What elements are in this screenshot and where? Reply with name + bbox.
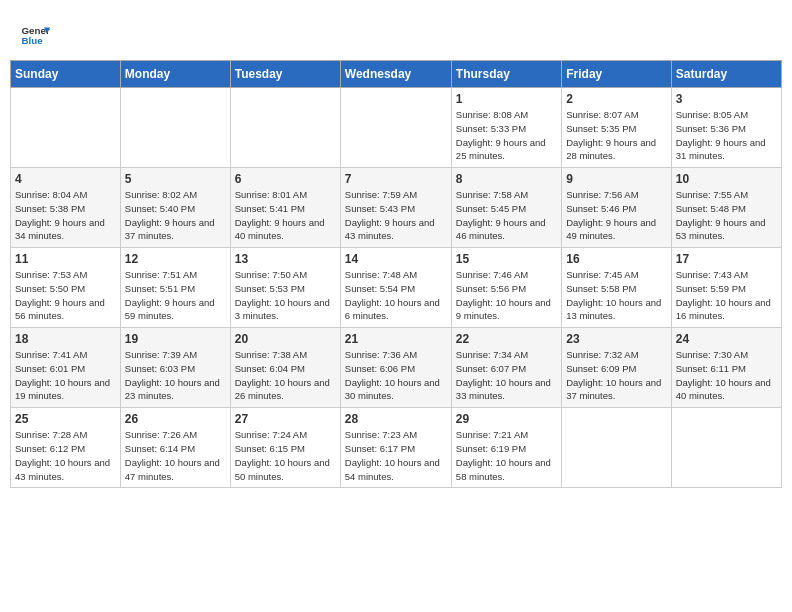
- sunrise-text: Sunrise: 7:43 AM: [676, 269, 748, 280]
- day-number: 11: [15, 252, 116, 266]
- calendar-cell: [230, 88, 340, 168]
- sunrise-text: Sunrise: 7:39 AM: [125, 349, 197, 360]
- sunrise-text: Sunrise: 7:55 AM: [676, 189, 748, 200]
- calendar-cell: 17Sunrise: 7:43 AMSunset: 5:59 PMDayligh…: [671, 248, 781, 328]
- sunrise-text: Sunrise: 7:30 AM: [676, 349, 748, 360]
- sunrise-text: Sunrise: 7:24 AM: [235, 429, 307, 440]
- sunrise-text: Sunrise: 7:32 AM: [566, 349, 638, 360]
- sunrise-text: Sunrise: 7:48 AM: [345, 269, 417, 280]
- day-info: Sunrise: 7:24 AMSunset: 6:15 PMDaylight:…: [235, 428, 336, 483]
- calendar-cell: 6Sunrise: 8:01 AMSunset: 5:41 PMDaylight…: [230, 168, 340, 248]
- day-number: 23: [566, 332, 666, 346]
- sunset-text: Sunset: 6:19 PM: [456, 443, 526, 454]
- sunset-text: Sunset: 6:07 PM: [456, 363, 526, 374]
- calendar-cell: [671, 408, 781, 488]
- day-info: Sunrise: 7:55 AMSunset: 5:48 PMDaylight:…: [676, 188, 777, 243]
- sunset-text: Sunset: 5:50 PM: [15, 283, 85, 294]
- day-info: Sunrise: 8:01 AMSunset: 5:41 PMDaylight:…: [235, 188, 336, 243]
- sunrise-text: Sunrise: 7:58 AM: [456, 189, 528, 200]
- day-number: 19: [125, 332, 226, 346]
- calendar-cell: 14Sunrise: 7:48 AMSunset: 5:54 PMDayligh…: [340, 248, 451, 328]
- daylight-text: Daylight: 10 hours and 6 minutes.: [345, 297, 440, 322]
- calendar-cell: 18Sunrise: 7:41 AMSunset: 6:01 PMDayligh…: [11, 328, 121, 408]
- calendar-cell: 15Sunrise: 7:46 AMSunset: 5:56 PMDayligh…: [451, 248, 561, 328]
- calendar-cell: 8Sunrise: 7:58 AMSunset: 5:45 PMDaylight…: [451, 168, 561, 248]
- sunrise-text: Sunrise: 8:04 AM: [15, 189, 87, 200]
- calendar-cell: 13Sunrise: 7:50 AMSunset: 5:53 PMDayligh…: [230, 248, 340, 328]
- day-info: Sunrise: 7:26 AMSunset: 6:14 PMDaylight:…: [125, 428, 226, 483]
- daylight-text: Daylight: 10 hours and 43 minutes.: [15, 457, 110, 482]
- calendar-cell: 28Sunrise: 7:23 AMSunset: 6:17 PMDayligh…: [340, 408, 451, 488]
- sunrise-text: Sunrise: 8:05 AM: [676, 109, 748, 120]
- day-info: Sunrise: 7:30 AMSunset: 6:11 PMDaylight:…: [676, 348, 777, 403]
- calendar-week-row: 25Sunrise: 7:28 AMSunset: 6:12 PMDayligh…: [11, 408, 782, 488]
- calendar-table: SundayMondayTuesdayWednesdayThursdayFrid…: [10, 60, 782, 488]
- day-info: Sunrise: 7:36 AMSunset: 6:06 PMDaylight:…: [345, 348, 447, 403]
- page-header: General Blue: [10, 10, 782, 55]
- sunrise-text: Sunrise: 8:02 AM: [125, 189, 197, 200]
- day-info: Sunrise: 7:39 AMSunset: 6:03 PMDaylight:…: [125, 348, 226, 403]
- daylight-text: Daylight: 9 hours and 37 minutes.: [125, 217, 215, 242]
- day-info: Sunrise: 7:38 AMSunset: 6:04 PMDaylight:…: [235, 348, 336, 403]
- day-number: 20: [235, 332, 336, 346]
- daylight-text: Daylight: 9 hours and 31 minutes.: [676, 137, 766, 162]
- sunrise-text: Sunrise: 7:36 AM: [345, 349, 417, 360]
- day-number: 7: [345, 172, 447, 186]
- sunset-text: Sunset: 5:46 PM: [566, 203, 636, 214]
- sunset-text: Sunset: 6:12 PM: [15, 443, 85, 454]
- day-info: Sunrise: 7:45 AMSunset: 5:58 PMDaylight:…: [566, 268, 666, 323]
- sunrise-text: Sunrise: 7:38 AM: [235, 349, 307, 360]
- day-info: Sunrise: 8:05 AMSunset: 5:36 PMDaylight:…: [676, 108, 777, 163]
- daylight-text: Daylight: 9 hours and 25 minutes.: [456, 137, 546, 162]
- sunset-text: Sunset: 6:09 PM: [566, 363, 636, 374]
- calendar-week-row: 4Sunrise: 8:04 AMSunset: 5:38 PMDaylight…: [11, 168, 782, 248]
- daylight-text: Daylight: 10 hours and 3 minutes.: [235, 297, 330, 322]
- sunset-text: Sunset: 6:01 PM: [15, 363, 85, 374]
- daylight-text: Daylight: 10 hours and 16 minutes.: [676, 297, 771, 322]
- day-number: 4: [15, 172, 116, 186]
- calendar-week-row: 18Sunrise: 7:41 AMSunset: 6:01 PMDayligh…: [11, 328, 782, 408]
- weekday-header: Tuesday: [230, 61, 340, 88]
- day-number: 6: [235, 172, 336, 186]
- calendar-cell: 11Sunrise: 7:53 AMSunset: 5:50 PMDayligh…: [11, 248, 121, 328]
- daylight-text: Daylight: 9 hours and 43 minutes.: [345, 217, 435, 242]
- day-info: Sunrise: 7:43 AMSunset: 5:59 PMDaylight:…: [676, 268, 777, 323]
- daylight-text: Daylight: 10 hours and 26 minutes.: [235, 377, 330, 402]
- day-info: Sunrise: 7:58 AMSunset: 5:45 PMDaylight:…: [456, 188, 557, 243]
- daylight-text: Daylight: 10 hours and 40 minutes.: [676, 377, 771, 402]
- day-info: Sunrise: 7:46 AMSunset: 5:56 PMDaylight:…: [456, 268, 557, 323]
- calendar-cell: 22Sunrise: 7:34 AMSunset: 6:07 PMDayligh…: [451, 328, 561, 408]
- day-info: Sunrise: 7:41 AMSunset: 6:01 PMDaylight:…: [15, 348, 116, 403]
- logo-icon: General Blue: [20, 20, 50, 50]
- day-number: 22: [456, 332, 557, 346]
- sunrise-text: Sunrise: 7:21 AM: [456, 429, 528, 440]
- calendar-cell: [562, 408, 671, 488]
- weekday-header: Monday: [120, 61, 230, 88]
- daylight-text: Daylight: 10 hours and 47 minutes.: [125, 457, 220, 482]
- svg-text:Blue: Blue: [22, 35, 44, 46]
- daylight-text: Daylight: 10 hours and 13 minutes.: [566, 297, 661, 322]
- sunset-text: Sunset: 5:40 PM: [125, 203, 195, 214]
- daylight-text: Daylight: 9 hours and 56 minutes.: [15, 297, 105, 322]
- calendar-cell: 20Sunrise: 7:38 AMSunset: 6:04 PMDayligh…: [230, 328, 340, 408]
- day-info: Sunrise: 8:07 AMSunset: 5:35 PMDaylight:…: [566, 108, 666, 163]
- sunset-text: Sunset: 5:56 PM: [456, 283, 526, 294]
- daylight-text: Daylight: 10 hours and 37 minutes.: [566, 377, 661, 402]
- sunset-text: Sunset: 5:54 PM: [345, 283, 415, 294]
- daylight-text: Daylight: 10 hours and 58 minutes.: [456, 457, 551, 482]
- calendar-cell: 21Sunrise: 7:36 AMSunset: 6:06 PMDayligh…: [340, 328, 451, 408]
- calendar-cell: 23Sunrise: 7:32 AMSunset: 6:09 PMDayligh…: [562, 328, 671, 408]
- daylight-text: Daylight: 10 hours and 9 minutes.: [456, 297, 551, 322]
- sunset-text: Sunset: 5:45 PM: [456, 203, 526, 214]
- sunset-text: Sunset: 5:59 PM: [676, 283, 746, 294]
- calendar-week-row: 11Sunrise: 7:53 AMSunset: 5:50 PMDayligh…: [11, 248, 782, 328]
- calendar-cell: 10Sunrise: 7:55 AMSunset: 5:48 PMDayligh…: [671, 168, 781, 248]
- sunset-text: Sunset: 5:38 PM: [15, 203, 85, 214]
- sunrise-text: Sunrise: 8:08 AM: [456, 109, 528, 120]
- day-info: Sunrise: 7:34 AMSunset: 6:07 PMDaylight:…: [456, 348, 557, 403]
- sunset-text: Sunset: 5:35 PM: [566, 123, 636, 134]
- day-info: Sunrise: 7:50 AMSunset: 5:53 PMDaylight:…: [235, 268, 336, 323]
- day-number: 26: [125, 412, 226, 426]
- day-info: Sunrise: 8:08 AMSunset: 5:33 PMDaylight:…: [456, 108, 557, 163]
- day-number: 24: [676, 332, 777, 346]
